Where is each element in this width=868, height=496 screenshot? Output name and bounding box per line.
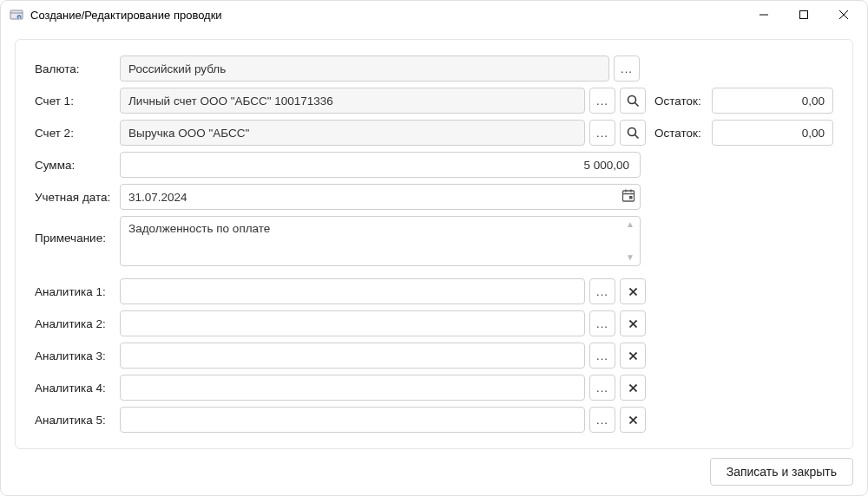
window-title: Создание/Редактирование проводки xyxy=(30,9,744,22)
minimize-button[interactable] xyxy=(744,1,784,29)
close-button[interactable] xyxy=(824,1,864,29)
date-label: Учетная дата: xyxy=(35,191,120,204)
account2-label: Счет 2: xyxy=(35,127,120,140)
account2-browse-button[interactable]: ... xyxy=(589,120,615,146)
analytic5-clear-button[interactable] xyxy=(620,407,646,433)
account1-row: Счет 1: Личный счет ООО "АБСС" 100171336… xyxy=(35,88,833,114)
app-icon: $ xyxy=(10,8,23,22)
app-window: $ Создание/Редактирование проводки Валют… xyxy=(0,0,868,496)
currency-field[interactable]: Российский рубль xyxy=(120,55,609,82)
search-icon xyxy=(627,127,640,140)
date-field[interactable]: 31.07.2024 xyxy=(120,184,641,210)
amount-label: Сумма: xyxy=(35,159,120,172)
analytic4-row: Аналитика 4: ... xyxy=(35,375,833,401)
maximize-button[interactable] xyxy=(784,1,824,29)
analytic4-label: Аналитика 4: xyxy=(35,382,120,395)
balance2-field: 0,00 xyxy=(712,120,833,146)
analytic5-row: Аналитика 5: ... xyxy=(35,407,833,433)
analytic1-label: Аналитика 1: xyxy=(35,285,120,298)
note-spinner: ▲ ▼ xyxy=(624,220,636,262)
account1-browse-button[interactable]: ... xyxy=(589,88,615,114)
analytic5-browse-button[interactable]: ... xyxy=(589,407,615,433)
date-row: Учетная дата: 31.07.2024 xyxy=(35,184,833,210)
analytic5-field[interactable] xyxy=(120,407,585,433)
analytic2-browse-button[interactable]: ... xyxy=(589,310,615,336)
analytic1-clear-button[interactable] xyxy=(620,278,646,304)
clear-icon xyxy=(629,384,637,392)
account1-field[interactable]: Личный счет ООО "АБСС" 100171336 xyxy=(120,88,585,114)
analytic3-field[interactable] xyxy=(120,343,585,369)
note-row: Примечание: Задолженность по оплате ▲ ▼ xyxy=(35,216,833,266)
account1-label: Счет 1: xyxy=(35,95,120,108)
analytic4-field[interactable] xyxy=(120,375,585,401)
analytic3-label: Аналитика 3: xyxy=(35,349,120,362)
analytic3-row: Аналитика 3: ... xyxy=(35,343,833,369)
search-icon xyxy=(627,95,640,108)
calendar-icon[interactable] xyxy=(621,189,635,206)
account2-field[interactable]: Выручка ООО "АБСС" xyxy=(120,120,585,146)
note-field[interactable]: Задолженность по оплате ▲ ▼ xyxy=(120,216,641,266)
svg-line-9 xyxy=(635,102,638,106)
currency-label: Валюта: xyxy=(35,62,120,75)
form-panel: Валюта: Российский рубль ... Счет 1: Лич… xyxy=(15,39,853,449)
analytic5-label: Аналитика 5: xyxy=(35,414,120,427)
svg-rect-5 xyxy=(800,11,808,19)
analytic2-clear-button[interactable] xyxy=(620,310,646,336)
account2-row: Счет 2: Выручка ООО "АБСС" ... Остаток: … xyxy=(35,120,833,146)
svg-point-10 xyxy=(628,127,635,135)
amount-field[interactable]: 5 000,00 xyxy=(120,152,641,178)
window-controls xyxy=(744,1,864,29)
account2-search-button[interactable] xyxy=(620,120,646,146)
analytic1-browse-button[interactable]: ... xyxy=(589,278,615,304)
account1-search-button[interactable] xyxy=(620,88,646,114)
balance1-label: Остаток: xyxy=(654,95,705,108)
analytic4-browse-button[interactable]: ... xyxy=(589,375,615,401)
analytic2-field[interactable] xyxy=(120,310,585,336)
spinner-down-icon[interactable]: ▼ xyxy=(624,253,636,262)
currency-browse-button[interactable]: ... xyxy=(614,55,640,82)
save-and-close-button[interactable]: Записать и закрыть xyxy=(710,458,853,486)
titlebar: $ Создание/Редактирование проводки xyxy=(1,1,867,29)
svg-rect-16 xyxy=(629,196,633,199)
content-area: Валюта: Российский рубль ... Счет 1: Лич… xyxy=(1,29,867,496)
currency-row: Валюта: Российский рубль ... xyxy=(35,55,833,82)
amount-row: Сумма: 5 000,00 xyxy=(35,152,833,178)
clear-icon xyxy=(629,352,637,360)
note-label: Примечание: xyxy=(35,216,120,245)
clear-icon xyxy=(629,416,637,424)
analytic1-field[interactable] xyxy=(120,278,585,304)
analytic2-row: Аналитика 2: ... xyxy=(35,310,833,336)
footer: Записать и закрыть xyxy=(15,449,853,486)
spinner-up-icon[interactable]: ▲ xyxy=(624,220,636,229)
svg-line-11 xyxy=(635,134,638,138)
clear-icon xyxy=(629,288,637,296)
svg-point-8 xyxy=(628,95,635,103)
analytic1-row: Аналитика 1: ... xyxy=(35,278,833,304)
svg-rect-12 xyxy=(623,191,635,201)
analytic3-clear-button[interactable] xyxy=(620,343,646,369)
clear-icon xyxy=(629,320,637,328)
analytic2-label: Аналитика 2: xyxy=(35,317,120,330)
balance2-label: Остаток: xyxy=(654,127,705,140)
analytic4-clear-button[interactable] xyxy=(620,375,646,401)
analytic3-browse-button[interactable]: ... xyxy=(589,343,615,369)
balance1-field: 0,00 xyxy=(712,88,833,114)
note-text: Задолженность по оплате xyxy=(128,222,270,235)
